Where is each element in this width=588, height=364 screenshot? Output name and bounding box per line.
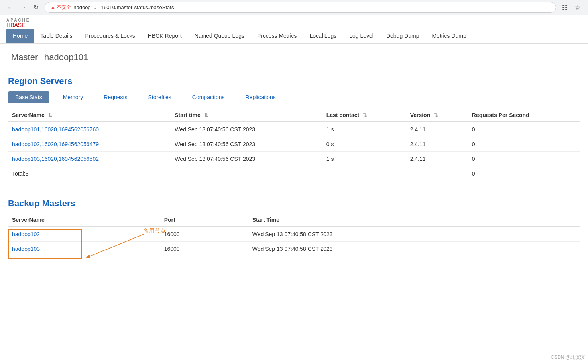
logo-h-letter: H [6, 22, 10, 28]
backup-col-start-time: Start Time [248, 213, 580, 227]
subtab-replications[interactable]: Replications [238, 91, 283, 103]
cell-last-contact: 0 s [323, 137, 406, 152]
subtab-memory[interactable]: Memory [56, 91, 90, 103]
bookmark-button[interactable]: ☆ [572, 2, 583, 13]
subtab-base-stats[interactable]: Base Stats [8, 91, 49, 103]
tab-metrics-dump[interactable]: Metrics Dump [425, 29, 472, 43]
cell-start-time: Wed Sep 13 07:40:58 CST 2023 [248, 242, 580, 256]
table-row: hadoop101,16020,1694562056760 Wed Sep 13… [8, 122, 580, 137]
cell-port: 16000 [160, 242, 248, 256]
total-version [406, 166, 468, 181]
reload-button[interactable]: ↻ [30, 2, 41, 13]
cell-rps: 0 [468, 122, 580, 137]
total-label: Total:3 [8, 166, 171, 181]
tab-named-queue-logs[interactable]: Named Queue Logs [188, 29, 251, 43]
table-row: hadoop103,16020,1694562056502 Wed Sep 13… [8, 152, 580, 166]
security-warning: ▲ 不安全 [51, 4, 71, 11]
col-version[interactable]: Version ⇅ [406, 109, 468, 122]
translate-button[interactable]: ☷ [559, 2, 570, 13]
url-bar[interactable]: ▲ 不安全 hadoop101:16010/master-status#base… [45, 2, 556, 13]
col-last-contact[interactable]: Last contact ⇅ [323, 109, 406, 122]
region-server-sub-tabs: Base Stats Memory Requests Storefiles Co… [8, 91, 580, 103]
col-start-time[interactable]: Start time ⇅ [171, 109, 323, 122]
cell-port: 16000 [160, 227, 248, 242]
server-link[interactable]: hadoop103,16020,1694562056502 [12, 156, 99, 162]
col-rps[interactable]: Requests Per Second [468, 109, 580, 122]
master-label: Master [11, 52, 38, 62]
logo: APACHE HBASE [6, 18, 582, 28]
server-link[interactable]: hadoop102 [12, 231, 40, 237]
url-text: hadoop101:16010/master-status#baseStats [73, 4, 174, 10]
logo-hbase: HBASE [6, 22, 582, 28]
cell-rps: 0 [468, 137, 580, 152]
cell-server-name: hadoop102 [8, 227, 160, 242]
table-row: hadoop103 16000 Wed Sep 13 07:40:58 CST … [8, 242, 580, 256]
server-link[interactable]: hadoop101,16020,1694562056760 [12, 126, 99, 133]
tab-table-details[interactable]: Table Details [34, 29, 79, 43]
page-title: Master hadoop101 [8, 50, 580, 63]
master-hostname: hadoop101 [44, 52, 88, 62]
cell-server-name: hadoop103,16020,1694562056502 [8, 152, 171, 166]
cell-start-time: Wed Sep 13 07:40:56 CST 2023 [171, 137, 323, 152]
tab-debug-dump[interactable]: Debug Dump [380, 29, 426, 43]
subtab-requests[interactable]: Requests [96, 91, 134, 103]
cell-server-name: hadoop101,16020,1694562056760 [8, 122, 171, 137]
server-link[interactable]: hadoop103 [12, 246, 40, 252]
backup-masters-heading: Backup Masters [8, 198, 580, 209]
server-link[interactable]: hadoop102,16020,1694562056479 [12, 141, 99, 147]
subtab-storefiles[interactable]: Storefiles [141, 91, 178, 103]
cell-last-contact: 1 s [323, 152, 406, 166]
app-header: APACHE HBASE Home Table Details Procedur… [0, 15, 588, 44]
cell-last-contact: 1 s [323, 122, 406, 137]
cell-start-time: Wed Sep 13 07:40:58 CST 2023 [248, 227, 580, 242]
region-servers-heading: Region Servers [8, 76, 580, 86]
table-row: hadoop102 16000 Wed Sep 13 07:40:58 CST … [8, 227, 580, 242]
backup-masters-container: 备用节点 ServerName Port Start Time [8, 213, 580, 256]
subtab-compactions[interactable]: Compactions [185, 91, 232, 103]
cell-version: 2.4.11 [406, 137, 468, 152]
total-rps: 0 [468, 166, 580, 181]
divider-2 [8, 186, 580, 186]
browser-actions: ☷ ☆ [559, 2, 583, 13]
cell-server-name: hadoop103 [8, 242, 160, 256]
total-row: Total:3 0 [8, 166, 580, 181]
logo-base-letters: BASE [10, 22, 25, 28]
cell-start-time: Wed Sep 13 07:40:56 CST 2023 [171, 122, 323, 137]
main-content: Master hadoop101 Region Servers Base Sta… [0, 44, 588, 263]
nav-tabs: Home Table Details Procedures & Locks HB… [6, 29, 582, 43]
backup-masters-section: Backup Masters 备用节点 ServerName Port [8, 198, 580, 256]
cell-version: 2.4.11 [406, 152, 468, 166]
tab-local-logs[interactable]: Local Logs [303, 29, 343, 43]
tab-home[interactable]: Home [6, 29, 34, 43]
total-last-contact [323, 166, 406, 181]
tab-hbck-report[interactable]: HBCK Report [142, 29, 188, 43]
cell-rps: 0 [468, 152, 580, 166]
backup-masters-table: ServerName Port Start Time hadoop102 160… [8, 213, 580, 256]
logo-apache: APACHE [6, 18, 582, 22]
backup-col-server-name: ServerName [8, 213, 160, 227]
tab-log-level[interactable]: Log Level [343, 29, 380, 43]
total-start-time [171, 166, 323, 181]
cell-start-time: Wed Sep 13 07:40:56 CST 2023 [171, 152, 323, 166]
cell-server-name: hadoop102,16020,1694562056479 [8, 137, 171, 152]
tab-process-metrics[interactable]: Process Metrics [251, 29, 303, 43]
divider-1 [8, 68, 580, 68]
tab-procedures-locks[interactable]: Procedures & Locks [79, 29, 142, 43]
table-row: hadoop102,16020,1694562056479 Wed Sep 13… [8, 137, 580, 152]
browser-chrome: ← → ↻ ▲ 不安全 hadoop101:16010/master-statu… [0, 0, 588, 15]
region-servers-table: ServerName ⇅ Start time ⇅ Last contact ⇅… [8, 109, 580, 181]
col-server-name[interactable]: ServerName ⇅ [8, 109, 171, 122]
forward-button[interactable]: → [18, 2, 29, 13]
cell-version: 2.4.11 [406, 122, 468, 137]
browser-nav: ← → ↻ [5, 2, 41, 13]
back-button[interactable]: ← [5, 2, 16, 13]
backup-col-port: Port [160, 213, 248, 227]
